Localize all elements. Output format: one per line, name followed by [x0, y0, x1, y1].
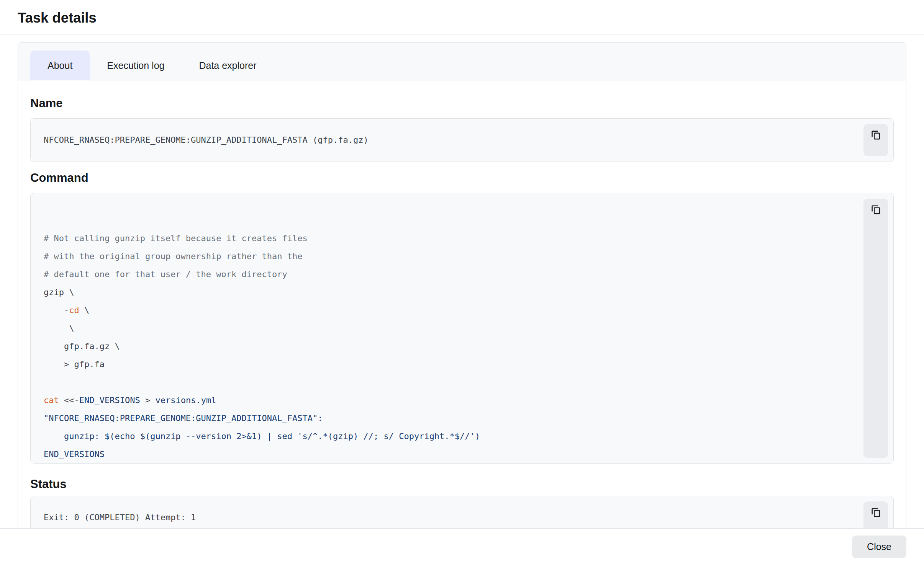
command-section-heading: Command	[30, 171, 894, 185]
tab-execution-log[interactable]: Execution log	[90, 51, 182, 80]
status-section-heading: Status	[30, 477, 894, 491]
copy-status-button[interactable]	[863, 501, 888, 528]
command-code-line: cat <<-END_VERSIONS > versions.yml	[44, 391, 847, 409]
copy-name-button[interactable]	[863, 124, 888, 156]
task-details-modal: Task details AboutExecution logData expl…	[0, 0, 924, 528]
task-card: AboutExecution logData explorer Name NFC…	[18, 42, 906, 528]
command-code-line: -cd \	[44, 301, 847, 319]
command-box: # Not calling gunzip itself because it c…	[30, 193, 894, 464]
command-code-line	[44, 211, 847, 229]
command-code-line: # Not calling gunzip itself because it c…	[44, 229, 847, 247]
command-code-line: # default one for that user / the work d…	[44, 265, 847, 283]
command-code-line	[44, 373, 847, 391]
name-box: NFCORE_RNASEQ:PREPARE_GENOME:GUNZIP_ADDI…	[30, 118, 894, 162]
command-code-line: # with the original group ownership rath…	[44, 247, 847, 265]
command-code-line: > gfp.fa	[44, 355, 847, 373]
modal-footer: Close	[0, 528, 924, 565]
tab-about[interactable]: About	[30, 51, 90, 80]
tab-data-explorer[interactable]: Data explorer	[182, 51, 274, 80]
page-title: Task details	[18, 9, 906, 27]
status-box: Exit: 0 (COMPLETED) Attempt: 1	[30, 496, 894, 528]
command-code-line: \	[44, 319, 847, 337]
task-about-panel: Name NFCORE_RNASEQ:PREPARE_GENOME:GUNZIP…	[18, 80, 906, 528]
name-section-heading: Name	[30, 96, 894, 110]
copy-command-button[interactable]	[863, 199, 888, 458]
command-code-line: gunzip: $(echo $(gunzip --version 2>&1) …	[44, 427, 847, 445]
task-name-value: NFCORE_RNASEQ:PREPARE_GENOME:GUNZIP_ADDI…	[31, 119, 893, 162]
modal-header: Task details	[0, 0, 924, 34]
copy-icon	[870, 204, 881, 215]
command-code: # Not calling gunzip itself because it c…	[31, 193, 893, 463]
command-code-line: gzip \	[44, 283, 847, 301]
command-code-line: gfp.fa.gz \	[44, 337, 847, 355]
copy-icon	[870, 129, 881, 140]
tab-list: AboutExecution logData explorer	[18, 42, 906, 80]
close-button[interactable]: Close	[852, 536, 906, 558]
command-code-line: END_VERSIONS	[44, 445, 847, 463]
command-code-line: "NFCORE_RNASEQ:PREPARE_GENOME:GUNZIP_ADD…	[44, 409, 847, 427]
command-code-line	[44, 193, 847, 211]
status-value: Exit: 0 (COMPLETED) Attempt: 1	[31, 496, 893, 528]
copy-icon	[870, 506, 881, 518]
modal-body: AboutExecution logData explorer Name NFC…	[0, 34, 924, 528]
